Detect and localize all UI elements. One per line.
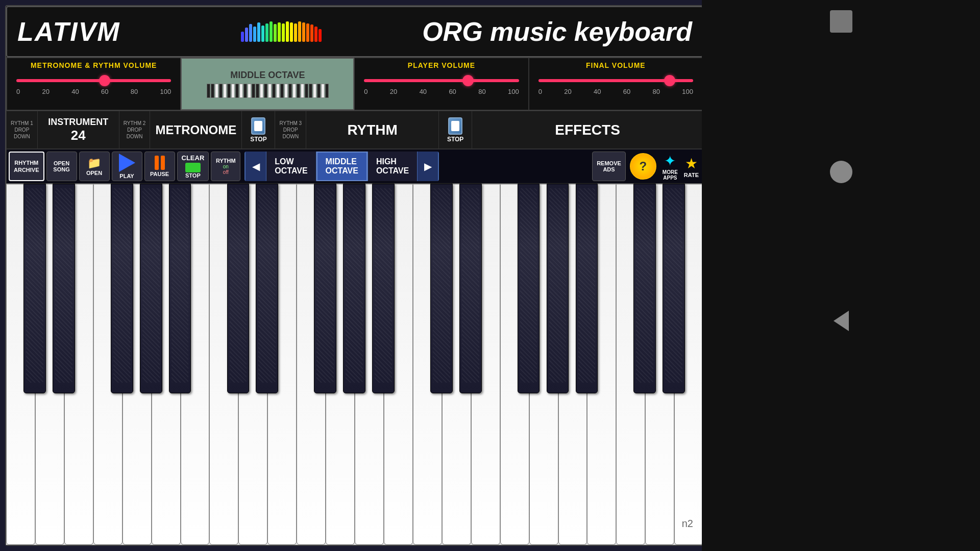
mini-key-20 <box>284 84 288 98</box>
rythm2-dropdown[interactable]: RYTHM 2DROPDOWN <box>119 111 151 148</box>
rate-button[interactable]: ★ RATE <box>684 155 699 178</box>
clear-stop-button[interactable]: CLEAR STOP <box>177 152 209 181</box>
black-key-2[interactable] <box>53 184 75 393</box>
mini-key-26 <box>309 84 312 98</box>
black-key-15[interactable] <box>576 184 598 393</box>
mini-key-22 <box>292 84 296 98</box>
metronome-slider-wrap <box>16 76 171 86</box>
mini-key-28 <box>317 84 321 98</box>
help-button[interactable]: ? <box>630 153 656 180</box>
black-key-9[interactable] <box>343 184 365 393</box>
side-circle-button[interactable] <box>830 161 852 183</box>
pause-button[interactable]: PAUSE <box>144 152 175 181</box>
rythm3-label: RYTHM 3DROPDOWN <box>279 120 302 140</box>
instrument-label: INSTRUMENT <box>48 117 108 128</box>
pause-bar-1 <box>155 156 159 170</box>
rhythm-archive-label: RHYTHMARCHIVE <box>14 159 39 174</box>
black-key-12[interactable] <box>459 184 482 393</box>
rhythm-archive-button[interactable]: RHYTHMARCHIVE <box>9 152 44 181</box>
octave-display: MIDDLE OCTAVE <box>181 58 354 110</box>
black-key-10[interactable] <box>372 184 395 393</box>
mini-key-14 <box>260 84 263 98</box>
final-volume-row: 0 20 40 60 80 100 <box>534 71 697 97</box>
spectrum-bar-17 <box>306 23 309 42</box>
toolbar: RHYTHMARCHIVE OPENSONG 📁 OPEN PLAY PAUSE… <box>6 149 703 184</box>
metronome-stop-button[interactable]: STOP <box>242 111 275 148</box>
black-key-1[interactable] <box>23 184 46 393</box>
help-icon: ? <box>640 159 647 173</box>
mini-key-5 <box>223 84 227 98</box>
black-key-8[interactable] <box>314 184 336 393</box>
chevron-right-icon: ▶ <box>424 160 432 172</box>
black-key-14[interactable] <box>547 184 569 393</box>
open-song-button[interactable]: OPENSONG <box>46 152 77 181</box>
black-key-4[interactable] <box>140 184 162 393</box>
spectrum-bar-18 <box>310 24 313 42</box>
stop-icon-2 <box>448 117 462 135</box>
spectrum-bar-1 <box>241 32 244 42</box>
player-slider-thumb[interactable] <box>462 75 474 86</box>
rythm-toggle-button[interactable]: RYTHM on off <box>211 152 240 181</box>
instrument-selector[interactable]: INSTRUMENT 24 <box>38 111 119 148</box>
low-octave-button[interactable]: LOWOCTAVE <box>266 152 316 181</box>
play-icon <box>119 154 135 172</box>
side-arrow-button[interactable] <box>834 311 849 331</box>
metronome-slider-thumb[interactable] <box>99 75 110 86</box>
pause-icon <box>155 156 165 170</box>
right-panel <box>702 0 980 551</box>
piano-mini-display <box>207 84 329 98</box>
rate-star-icon: ★ <box>685 155 698 172</box>
stop-label-1: STOP <box>250 136 266 143</box>
black-key-5[interactable] <box>169 184 191 393</box>
rythm-off-label: off <box>223 169 229 175</box>
black-key-13[interactable] <box>518 184 540 393</box>
mini-key-11 <box>248 84 251 98</box>
header: LATIVM <box>6 6 703 57</box>
app-container: LATIVM <box>5 5 704 546</box>
spectrum-bar-9 <box>274 24 277 42</box>
black-key-17[interactable] <box>663 184 685 393</box>
metronome-volume-title: METRONOME & RYTHM VOLUME <box>12 61 175 69</box>
metronome-volume-panel: METRONOME & RYTHM VOLUME 0 20 40 60 80 1… <box>7 58 181 110</box>
octave-next-arrow[interactable]: ▶ <box>418 152 438 181</box>
black-key-6[interactable] <box>227 184 250 393</box>
mini-key-15 <box>264 84 267 98</box>
side-button-1[interactable] <box>830 10 852 33</box>
open-folder-button[interactable]: 📁 OPEN <box>79 152 110 181</box>
effects-button[interactable]: EFFECTS <box>472 111 703 148</box>
metronome-button[interactable]: METRONOME <box>150 111 242 148</box>
metronome-label: METRONOME <box>156 123 237 137</box>
mini-key-25 <box>305 84 308 98</box>
mini-key-3 <box>215 84 218 98</box>
remove-ads-button[interactable]: REMOVEADS <box>592 152 626 181</box>
black-key-11[interactable] <box>430 184 453 393</box>
black-key-7[interactable] <box>256 184 278 393</box>
spectrum-bar-13 <box>290 22 293 42</box>
final-volume-panel: FINAL VOLUME 0 20 40 60 80 100 <box>529 58 703 110</box>
rythm2-label: RYTHM 2DROPDOWN <box>124 120 146 140</box>
play-button[interactable]: PLAY <box>112 152 142 181</box>
black-key-3[interactable] <box>111 184 133 393</box>
mini-key-30 <box>325 84 329 98</box>
high-octave-button[interactable]: HIGHOCTAVE <box>368 152 418 181</box>
rythm3-dropdown[interactable]: RYTHM 3DROPDOWN <box>275 111 306 148</box>
black-key-16[interactable] <box>633 184 656 393</box>
mini-key-24 <box>301 84 304 98</box>
final-slider-thumb[interactable] <box>664 75 675 86</box>
mini-key-16 <box>268 84 272 98</box>
mini-key-1 <box>207 84 210 98</box>
mini-key-13 <box>256 84 259 98</box>
spectrum-bar-11 <box>282 23 285 42</box>
rythm1-dropdown[interactable]: RYTHM 1DROPDOWN <box>7 111 38 148</box>
octave-prev-arrow[interactable]: ◀ <box>246 152 266 181</box>
octave-display-label: MIDDLE OCTAVE <box>230 70 305 81</box>
spectrum-bar-5 <box>257 22 260 42</box>
play-label: PLAY <box>119 173 134 179</box>
player-volume-row: 0 20 40 60 80 100 <box>360 71 523 97</box>
more-apps-button[interactable]: ✦ MOREAPPS <box>663 153 678 181</box>
rythm-stop-button[interactable]: STOP <box>439 111 472 148</box>
rythm-button[interactable]: RYTHM <box>306 111 439 148</box>
middle-octave-button[interactable]: MIDDLEOCTAVE <box>316 152 368 181</box>
effects-label: EFFECTS <box>555 122 620 138</box>
spectrum-bar-3 <box>249 24 252 42</box>
